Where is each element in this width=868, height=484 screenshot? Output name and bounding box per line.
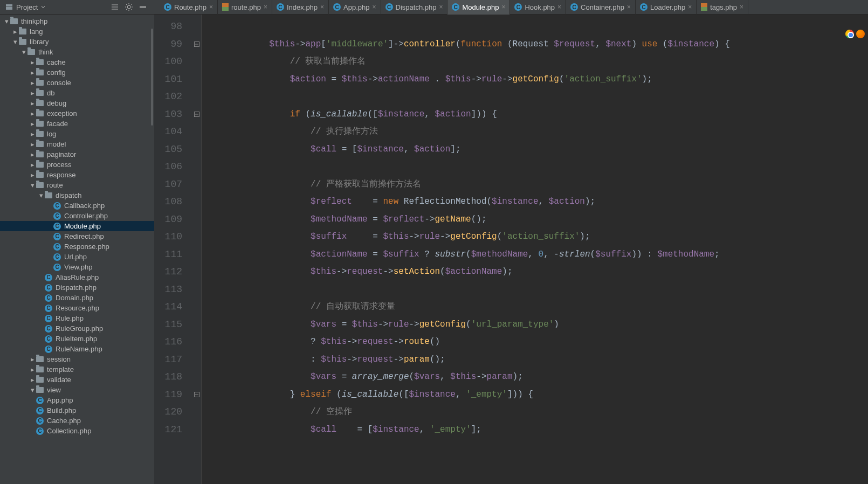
tree-item-Url-php[interactable]: ·CUrl.php: [0, 252, 154, 262]
tree-item-think[interactable]: ▾think: [0, 47, 154, 57]
code-line[interactable]: $call = [$instance, '_empty'];: [207, 421, 868, 439]
fold-marker[interactable]: [192, 193, 201, 211]
tree-item-View-php[interactable]: ·CView.php: [0, 262, 154, 272]
tree-item-Redirect-php[interactable]: ·CRedirect.php: [0, 231, 154, 241]
chevron-down-icon[interactable]: ▾: [20, 48, 27, 56]
fold-marker[interactable]: [192, 403, 201, 421]
fold-column[interactable]: [192, 15, 202, 484]
chevron-down-icon[interactable]: ▾: [29, 386, 36, 394]
chrome-icon[interactable]: [845, 30, 854, 38]
tree-item-route[interactable]: ▾route: [0, 180, 154, 190]
fold-marker[interactable]: [192, 421, 201, 439]
project-dropdown[interactable]: Project: [0, 3, 51, 11]
chevron-right-icon[interactable]: ▸: [29, 130, 36, 138]
tree-item-Dispatch-php[interactable]: ·CDispatch.php: [0, 282, 154, 293]
fold-marker[interactable]: [192, 123, 201, 141]
fold-marker[interactable]: [192, 333, 201, 351]
chevron-right-icon[interactable]: ▸: [29, 109, 36, 117]
chevron-right-icon[interactable]: ▸: [29, 140, 36, 148]
code-line[interactable]: if (is_callable([$instance, $action])) {: [207, 106, 868, 123]
tree-item-response[interactable]: ▸response: [0, 170, 154, 180]
tree-item-Collection-php[interactable]: ·CCollection.php: [0, 426, 154, 436]
tree-item-Build-php[interactable]: ·CBuild.php: [0, 405, 154, 416]
chevron-right-icon[interactable]: ▸: [29, 150, 36, 158]
code-line[interactable]: $vars = $this->rule->getConfig('url_para…: [207, 316, 868, 334]
code-line[interactable]: $vars = array_merge($vars, $this->param)…: [207, 368, 868, 386]
chevron-down-icon[interactable]: ▾: [38, 191, 44, 199]
close-icon[interactable]: ×: [688, 3, 692, 11]
code-line[interactable]: $reflect = new ReflectionMethod($instanc…: [207, 193, 868, 211]
chevron-down-icon[interactable]: ▾: [3, 17, 10, 25]
tree-item-console[interactable]: ▸console: [0, 78, 154, 88]
fold-marker[interactable]: [192, 158, 201, 176]
fold-marker[interactable]: [192, 88, 201, 106]
tree-item-session[interactable]: ▸session: [0, 354, 154, 364]
close-icon[interactable]: ×: [501, 3, 505, 11]
code-line[interactable]: $methodName = $reflect->getName();: [207, 211, 868, 229]
code-line[interactable]: ? $this->request->route(): [207, 333, 868, 351]
fold-marker[interactable]: [192, 368, 201, 386]
fold-marker[interactable]: [192, 281, 201, 299]
code-line[interactable]: [207, 281, 868, 299]
chevron-right-icon[interactable]: ▸: [29, 171, 36, 179]
chevron-down-icon[interactable]: ▾: [29, 181, 36, 189]
code-line[interactable]: $this->request->setAction($actionName);: [207, 263, 868, 281]
tree-item-thinkphp[interactable]: ▾thinkphp: [0, 16, 154, 26]
code-line[interactable]: } elseif (is_callable([$instance, '_empt…: [207, 386, 868, 404]
code-line[interactable]: $actionName = $suffix ? substr($methodNa…: [207, 246, 868, 264]
tree-item-Domain-php[interactable]: ·CDomain.php: [0, 293, 154, 303]
tree-item-validate[interactable]: ▸validate: [0, 375, 154, 385]
code-line[interactable]: // 获取当前操作名: [207, 53, 868, 71]
chevron-right-icon[interactable]: ▸: [29, 355, 36, 363]
tree-item-cache[interactable]: ▸cache: [0, 57, 154, 67]
chevron-right-icon[interactable]: ▸: [29, 79, 36, 87]
close-icon[interactable]: ×: [557, 3, 561, 11]
tree-item-AliasRule-php[interactable]: ·CAliasRule.php: [0, 272, 154, 282]
chevron-right-icon[interactable]: ▸: [12, 27, 18, 36]
tree-item-debug[interactable]: ▸debug: [0, 98, 154, 108]
tree-item-Controller-php[interactable]: ·CController.php: [0, 211, 154, 221]
chevron-down-icon[interactable]: ▾: [12, 38, 18, 46]
close-icon[interactable]: ×: [264, 3, 267, 11]
tree-item-Response-php[interactable]: ·CResponse.php: [0, 241, 154, 252]
fold-marker[interactable]: [192, 106, 201, 123]
file-tree[interactable]: ▾thinkphp▸lang▾library▾think▸cache▸confi…: [0, 15, 154, 436]
tree-item-Callback-php[interactable]: ·CCallback.php: [0, 200, 154, 211]
tree-item-db[interactable]: ▸db: [0, 88, 154, 98]
close-icon[interactable]: ×: [209, 3, 213, 11]
chevron-right-icon[interactable]: ▸: [29, 365, 36, 374]
close-icon[interactable]: ×: [439, 3, 443, 11]
code-line[interactable]: $action = $this->actionName . $this->rul…: [207, 71, 868, 88]
code-line[interactable]: // 执行操作方法: [207, 123, 868, 141]
tree-item-view[interactable]: ▾view: [0, 385, 154, 395]
tree-item-App-php[interactable]: ·CApp.php: [0, 395, 154, 405]
fold-marker[interactable]: [192, 53, 201, 71]
fold-marker[interactable]: [192, 246, 201, 264]
tree-item-model[interactable]: ▸model: [0, 139, 154, 149]
tree-item-config[interactable]: ▸config: [0, 67, 154, 78]
project-sidebar[interactable]: ▾thinkphp▸lang▾library▾think▸cache▸confi…: [0, 15, 154, 484]
tree-item-process[interactable]: ▸process: [0, 160, 154, 170]
tree-item-lang[interactable]: ▸lang: [0, 26, 154, 37]
code-line[interactable]: : $this->request->param();: [207, 351, 868, 369]
code-line[interactable]: $call = [$instance, $action];: [207, 141, 868, 158]
code-line[interactable]: [207, 18, 868, 36]
tree-item-Cache-php[interactable]: ·CCache.php: [0, 416, 154, 426]
code-line[interactable]: // 空操作: [207, 403, 868, 421]
tree-item-Module-php[interactable]: ·CModule.php: [0, 221, 154, 231]
close-icon[interactable]: ×: [320, 3, 324, 11]
chevron-right-icon[interactable]: ▸: [29, 120, 36, 128]
code-line[interactable]: [207, 158, 868, 176]
tree-item-Rule-php[interactable]: ·CRule.php: [0, 313, 154, 323]
fold-marker[interactable]: [192, 351, 201, 369]
code-line[interactable]: // 自动获取请求变量: [207, 298, 868, 316]
chevron-right-icon[interactable]: ▸: [29, 58, 36, 66]
fold-marker[interactable]: [192, 386, 201, 404]
fold-marker[interactable]: [192, 298, 201, 316]
tree-item-Resource-php[interactable]: ·CResource.php: [0, 303, 154, 313]
tree-item-facade[interactable]: ▸facade: [0, 119, 154, 129]
tree-item-RuleName-php[interactable]: ·CRuleName.php: [0, 344, 154, 354]
tree-item-RuleItem-php[interactable]: ·CRuleItem.php: [0, 334, 154, 344]
fold-marker[interactable]: [192, 228, 201, 246]
tree-item-exception[interactable]: ▸exception: [0, 108, 154, 119]
